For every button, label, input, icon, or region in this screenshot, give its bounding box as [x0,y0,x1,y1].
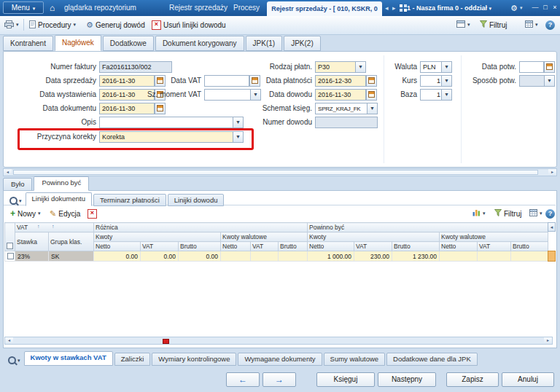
kurs-dropdown[interactable]: 1 ▼ [420,75,452,87]
delete-proof-lines-button[interactable]: × Usuń linijki dowodu [149,18,229,31]
nav-tab-repozytorium[interactable]: glądarka repozytorium [64,0,136,16]
sort-asc-icon[interactable]: ↑ [52,224,55,229]
nav-forward-icon[interactable]: ▸ [392,0,396,16]
tab-jpk1[interactable]: JPK(1) [246,36,283,51]
col-header-netto[interactable]: Netto [94,242,141,251]
chevron-down-icon[interactable]: ▼ [233,132,243,142]
col-header-grupa-klas[interactable]: Grupa klas. [49,232,94,251]
sort-asc-icon[interactable]: ↑ [37,224,40,229]
tab-powinno-byc[interactable]: Powinno być [34,176,89,191]
tab-wymiary-kontrolingowe[interactable]: Wymiary kontrolingowe [152,353,236,366]
col-header-stawka[interactable]: Stawka [15,232,49,251]
opis-dropdown[interactable]: ▼ [99,117,244,128]
nav-back-icon[interactable]: ◂ [385,0,389,16]
col-header-vat[interactable]: VAT [354,242,392,251]
subgroup-kwoty[interactable]: Kwoty [94,232,221,242]
chevron-down-icon[interactable]: ▾ [520,0,523,16]
ksieguj-button[interactable]: Księguj [316,372,375,387]
col-header-netto[interactable]: Netto [221,242,251,251]
data-dokumentu-field[interactable]: 2016-11-30 [99,103,155,114]
tab-linijki-dowodu[interactable]: Linijki dowodu [168,194,225,206]
next-record-button[interactable]: → [262,372,296,387]
minimize-button[interactable]: — [531,3,540,12]
subgroup-kwoty-walutowe[interactable]: Kwoty walutowe [440,232,548,242]
nav-tab-rejestr-sprzedazy[interactable]: Rejestr sprzedaży [169,0,228,16]
subgroup-kwoty[interactable]: Kwoty [308,232,440,242]
grid-horizontal-scrollbar[interactable]: ◂ ▸ [4,337,553,345]
col-header-netto[interactable]: Netto [440,242,478,251]
grid-filter-button[interactable]: Filtruj [491,207,524,220]
chevron-down-icon[interactable]: ▼ [544,76,554,86]
data-potw-field[interactable] [519,61,544,73]
chart-view-button[interactable]: ▾ [470,207,489,220]
active-document-tab[interactable]: Rejestr sprzedaży - [ 010, KSKR, 0 [267,1,382,16]
col-header-netto[interactable]: Netto [308,242,354,251]
gear-icon[interactable]: ⚙ [510,0,518,16]
print-button[interactable]: ▾ [1,18,22,31]
tab-bylo[interactable]: Było [3,178,32,191]
tab-sumy-walutowe[interactable]: Sumy walutowe [324,353,386,366]
tab-linijki-dokumentu[interactable]: Linijki dokumentu [26,192,92,206]
home-icon[interactable]: ⌂ [50,0,55,16]
scroll-right-icon[interactable]: ▸ [544,337,552,344]
nastepny-button[interactable]: Następny [378,372,436,387]
grid-help-button[interactable]: ? [545,207,555,220]
tab-jpk2[interactable]: JPK(2) [284,36,321,51]
tab-dodatkowe-dane-jpk[interactable]: Dodatkowe dane dla JPK [386,353,478,366]
apps-grid-icon[interactable] [400,4,407,13]
procedures-button[interactable]: Procedury ▾ [26,18,79,31]
subgroup-kwoty-walutowe[interactable]: Kwoty walutowe [221,232,308,242]
maximize-button[interactable]: □ [541,3,550,12]
anuluj-button[interactable]: Anuluj [502,372,554,387]
new-button[interactable]: + Nowy ▾ [7,207,44,220]
chevron-down-icon[interactable]: ▼ [367,103,377,114]
delete-row-button[interactable]: × [85,207,100,220]
tab-kwoty-w-stawkach-vat[interactable]: Kwoty w stawkach VAT [24,351,113,366]
numer-faktury-field[interactable]: Fa20161130/002 [99,61,172,73]
tab-terminarz-platnosci[interactable]: Terminarz płatności [93,194,166,206]
generate-proof-button[interactable]: ⚙ Generuj dowód [83,18,148,31]
numer-dowodu-field[interactable] [315,117,378,128]
group-header-roznica[interactable]: Różnica [94,223,308,232]
checkbox-icon[interactable] [7,253,14,259]
menu-button[interactable]: Menu▾ [3,1,44,14]
col-header-brutto[interactable]: Brutto [511,242,548,251]
schemat-ksieg-dropdown[interactable]: SPRZ_KRAJ_FK ▼ [315,103,378,114]
waluta-dropdown[interactable]: PLN ▼ [420,61,452,73]
view-options-button[interactable]: ▾ [454,18,473,31]
form-horizontal-scrollbar[interactable]: ◂ ▸ [3,168,557,176]
baza-dropdown[interactable]: 1 ▼ [420,89,452,101]
calendar-icon[interactable] [544,61,555,73]
przyczyna-korekty-dropdown[interactable]: Korekta ▼ [99,131,244,143]
tab-dodatkowe[interactable]: Dodatkowe [103,36,154,51]
tab-zaliczki[interactable]: Zaliczki [114,353,151,366]
filter-button[interactable]: Filtruj [477,18,510,31]
chevron-down-icon[interactable]: ▼ [441,90,451,100]
close-button[interactable]: × [551,3,559,12]
collapse-panel-icon[interactable]: ◂ [548,222,556,232]
checkbox-icon[interactable] [7,243,13,249]
sposob-potw-dropdown[interactable]: ▼ [519,75,555,87]
select-all-cell[interactable] [5,223,15,251]
chevron-down-icon[interactable]: ▼ [441,76,451,86]
help-button[interactable]: ? [545,18,555,31]
bottom-locator-button[interactable]: ▾ [6,355,23,366]
group-header-powinno-byc[interactable]: Powinno być [308,223,548,232]
previous-button[interactable]: ← [226,372,260,387]
grid-settings-button[interactable]: ▾ [522,18,541,31]
scroll-left-icon[interactable]: ◂ [4,169,12,176]
zapisz-button[interactable]: Zapisz [446,372,499,387]
edit-button[interactable]: ✎ Edycja [47,207,83,220]
scrollbar-thumb-marker[interactable] [163,339,169,344]
locator-button[interactable]: ▾ [7,195,24,206]
tab-dokument-korygowany[interactable]: Dokument korygowany [155,36,244,51]
col-header-brutto[interactable]: Brutto [279,242,308,251]
chevron-down-icon[interactable]: ▼ [441,62,451,72]
calendar-icon[interactable] [155,103,166,114]
col-header-brutto[interactable]: Brutto [392,242,440,251]
tab-kontrahent[interactable]: Kontrahent [3,36,53,51]
nav-tab-procesy[interactable]: Procesy [233,0,260,16]
group-header-vat[interactable]: VAT ↑ ↑ [15,223,94,232]
company-selector[interactable]: 1 - Nasza firma 0 - oddział ▾ [407,0,491,17]
grid-columns-button[interactable]: ▾ [526,207,545,220]
